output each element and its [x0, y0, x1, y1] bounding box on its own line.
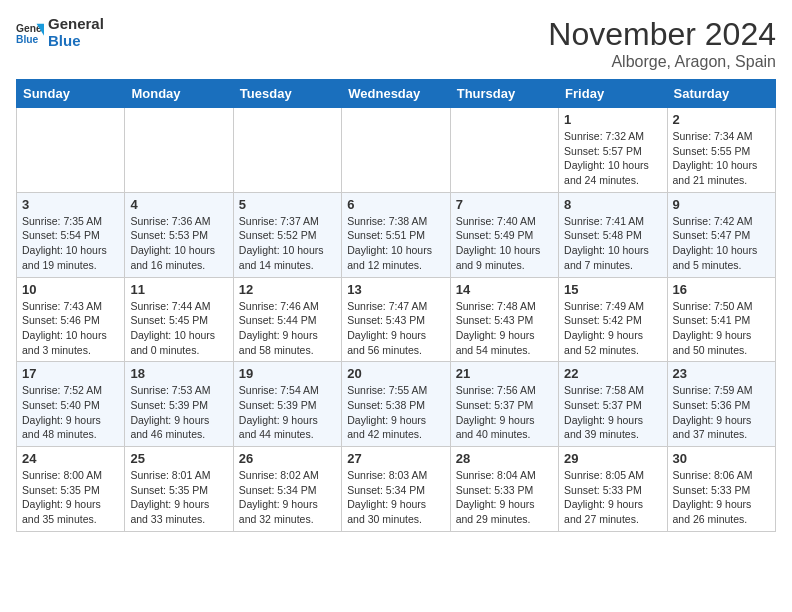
calendar-cell [450, 108, 558, 193]
calendar-cell: 13Sunrise: 7:47 AM Sunset: 5:43 PM Dayli… [342, 277, 450, 362]
day-info: Sunrise: 7:43 AM Sunset: 5:46 PM Dayligh… [22, 299, 119, 358]
day-info: Sunrise: 7:42 AM Sunset: 5:47 PM Dayligh… [673, 214, 770, 273]
day-number: 11 [130, 282, 227, 297]
calendar-week-row: 17Sunrise: 7:52 AM Sunset: 5:40 PM Dayli… [17, 362, 776, 447]
day-info: Sunrise: 8:00 AM Sunset: 5:35 PM Dayligh… [22, 468, 119, 527]
day-info: Sunrise: 7:37 AM Sunset: 5:52 PM Dayligh… [239, 214, 336, 273]
day-number: 10 [22, 282, 119, 297]
day-number: 1 [564, 112, 661, 127]
day-info: Sunrise: 8:06 AM Sunset: 5:33 PM Dayligh… [673, 468, 770, 527]
calendar-cell: 2Sunrise: 7:34 AM Sunset: 5:55 PM Daylig… [667, 108, 775, 193]
calendar-cell: 16Sunrise: 7:50 AM Sunset: 5:41 PM Dayli… [667, 277, 775, 362]
calendar-cell: 12Sunrise: 7:46 AM Sunset: 5:44 PM Dayli… [233, 277, 341, 362]
day-number: 3 [22, 197, 119, 212]
calendar-cell [125, 108, 233, 193]
day-info: Sunrise: 7:41 AM Sunset: 5:48 PM Dayligh… [564, 214, 661, 273]
page-header: General Blue General Blue November 2024 … [16, 16, 776, 71]
calendar-cell: 23Sunrise: 7:59 AM Sunset: 5:36 PM Dayli… [667, 362, 775, 447]
day-number: 19 [239, 366, 336, 381]
calendar-cell: 3Sunrise: 7:35 AM Sunset: 5:54 PM Daylig… [17, 192, 125, 277]
calendar-cell: 26Sunrise: 8:02 AM Sunset: 5:34 PM Dayli… [233, 447, 341, 532]
day-info: Sunrise: 7:44 AM Sunset: 5:45 PM Dayligh… [130, 299, 227, 358]
calendar-week-row: 24Sunrise: 8:00 AM Sunset: 5:35 PM Dayli… [17, 447, 776, 532]
day-number: 21 [456, 366, 553, 381]
calendar-cell: 8Sunrise: 7:41 AM Sunset: 5:48 PM Daylig… [559, 192, 667, 277]
calendar-cell: 18Sunrise: 7:53 AM Sunset: 5:39 PM Dayli… [125, 362, 233, 447]
day-number: 27 [347, 451, 444, 466]
calendar-cell: 28Sunrise: 8:04 AM Sunset: 5:33 PM Dayli… [450, 447, 558, 532]
day-info: Sunrise: 7:46 AM Sunset: 5:44 PM Dayligh… [239, 299, 336, 358]
calendar-week-row: 1Sunrise: 7:32 AM Sunset: 5:57 PM Daylig… [17, 108, 776, 193]
day-info: Sunrise: 8:03 AM Sunset: 5:34 PM Dayligh… [347, 468, 444, 527]
day-info: Sunrise: 7:34 AM Sunset: 5:55 PM Dayligh… [673, 129, 770, 188]
header-friday: Friday [559, 80, 667, 108]
calendar-cell: 9Sunrise: 7:42 AM Sunset: 5:47 PM Daylig… [667, 192, 775, 277]
calendar-cell: 15Sunrise: 7:49 AM Sunset: 5:42 PM Dayli… [559, 277, 667, 362]
calendar-cell: 30Sunrise: 8:06 AM Sunset: 5:33 PM Dayli… [667, 447, 775, 532]
day-info: Sunrise: 7:36 AM Sunset: 5:53 PM Dayligh… [130, 214, 227, 273]
day-number: 15 [564, 282, 661, 297]
header-thursday: Thursday [450, 80, 558, 108]
calendar-cell [342, 108, 450, 193]
logo: General Blue General Blue [16, 16, 104, 49]
calendar-cell: 27Sunrise: 8:03 AM Sunset: 5:34 PM Dayli… [342, 447, 450, 532]
header-tuesday: Tuesday [233, 80, 341, 108]
day-info: Sunrise: 7:35 AM Sunset: 5:54 PM Dayligh… [22, 214, 119, 273]
calendar-cell [17, 108, 125, 193]
calendar-cell: 10Sunrise: 7:43 AM Sunset: 5:46 PM Dayli… [17, 277, 125, 362]
calendar-cell: 24Sunrise: 8:00 AM Sunset: 5:35 PM Dayli… [17, 447, 125, 532]
day-info: Sunrise: 7:50 AM Sunset: 5:41 PM Dayligh… [673, 299, 770, 358]
day-info: Sunrise: 8:02 AM Sunset: 5:34 PM Dayligh… [239, 468, 336, 527]
calendar-cell: 4Sunrise: 7:36 AM Sunset: 5:53 PM Daylig… [125, 192, 233, 277]
day-number: 4 [130, 197, 227, 212]
day-number: 26 [239, 451, 336, 466]
day-number: 2 [673, 112, 770, 127]
calendar-cell: 7Sunrise: 7:40 AM Sunset: 5:49 PM Daylig… [450, 192, 558, 277]
location: Alborge, Aragon, Spain [548, 53, 776, 71]
day-info: Sunrise: 7:54 AM Sunset: 5:39 PM Dayligh… [239, 383, 336, 442]
logo-text-general: General [48, 16, 104, 33]
header-wednesday: Wednesday [342, 80, 450, 108]
calendar-cell: 6Sunrise: 7:38 AM Sunset: 5:51 PM Daylig… [342, 192, 450, 277]
day-number: 13 [347, 282, 444, 297]
day-info: Sunrise: 7:32 AM Sunset: 5:57 PM Dayligh… [564, 129, 661, 188]
calendar-cell: 5Sunrise: 7:37 AM Sunset: 5:52 PM Daylig… [233, 192, 341, 277]
calendar-header-row: Sunday Monday Tuesday Wednesday Thursday… [17, 80, 776, 108]
day-info: Sunrise: 7:53 AM Sunset: 5:39 PM Dayligh… [130, 383, 227, 442]
day-info: Sunrise: 7:58 AM Sunset: 5:37 PM Dayligh… [564, 383, 661, 442]
calendar-cell: 1Sunrise: 7:32 AM Sunset: 5:57 PM Daylig… [559, 108, 667, 193]
calendar-cell: 21Sunrise: 7:56 AM Sunset: 5:37 PM Dayli… [450, 362, 558, 447]
day-info: Sunrise: 7:47 AM Sunset: 5:43 PM Dayligh… [347, 299, 444, 358]
logo-icon: General Blue [16, 19, 44, 47]
calendar-cell: 29Sunrise: 8:05 AM Sunset: 5:33 PM Dayli… [559, 447, 667, 532]
day-number: 9 [673, 197, 770, 212]
day-number: 23 [673, 366, 770, 381]
day-number: 8 [564, 197, 661, 212]
day-info: Sunrise: 8:04 AM Sunset: 5:33 PM Dayligh… [456, 468, 553, 527]
day-number: 29 [564, 451, 661, 466]
day-number: 30 [673, 451, 770, 466]
day-number: 17 [22, 366, 119, 381]
calendar-cell: 25Sunrise: 8:01 AM Sunset: 5:35 PM Dayli… [125, 447, 233, 532]
calendar-table: Sunday Monday Tuesday Wednesday Thursday… [16, 79, 776, 532]
day-number: 14 [456, 282, 553, 297]
header-saturday: Saturday [667, 80, 775, 108]
day-info: Sunrise: 7:49 AM Sunset: 5:42 PM Dayligh… [564, 299, 661, 358]
calendar-cell: 17Sunrise: 7:52 AM Sunset: 5:40 PM Dayli… [17, 362, 125, 447]
day-number: 5 [239, 197, 336, 212]
day-info: Sunrise: 7:38 AM Sunset: 5:51 PM Dayligh… [347, 214, 444, 273]
month-title: November 2024 [548, 16, 776, 53]
title-block: November 2024 Alborge, Aragon, Spain [548, 16, 776, 71]
day-number: 18 [130, 366, 227, 381]
day-info: Sunrise: 7:48 AM Sunset: 5:43 PM Dayligh… [456, 299, 553, 358]
calendar-cell [233, 108, 341, 193]
logo-text-blue: Blue [48, 33, 104, 50]
calendar-cell: 14Sunrise: 7:48 AM Sunset: 5:43 PM Dayli… [450, 277, 558, 362]
calendar-cell: 11Sunrise: 7:44 AM Sunset: 5:45 PM Dayli… [125, 277, 233, 362]
day-number: 25 [130, 451, 227, 466]
day-number: 28 [456, 451, 553, 466]
day-number: 6 [347, 197, 444, 212]
day-info: Sunrise: 8:05 AM Sunset: 5:33 PM Dayligh… [564, 468, 661, 527]
day-info: Sunrise: 7:52 AM Sunset: 5:40 PM Dayligh… [22, 383, 119, 442]
day-number: 12 [239, 282, 336, 297]
